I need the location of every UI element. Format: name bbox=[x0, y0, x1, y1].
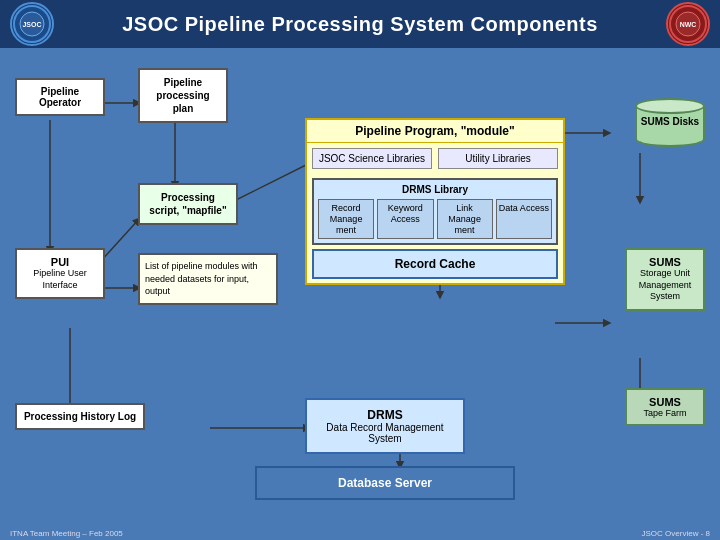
pui-title: PUI bbox=[23, 256, 97, 268]
libraries-row: JSOC Science Libraries Utility Libraries bbox=[307, 143, 563, 174]
footer: ITNA Team Meeting – Feb 2005 JSOC Overvi… bbox=[10, 529, 710, 538]
drms-library-title: DRMS Library bbox=[318, 184, 552, 195]
drms-library-items: Record Manage ment Keyword Access Link M… bbox=[318, 199, 552, 239]
drms-library-box: DRMS Library Record Manage ment Keyword … bbox=[312, 178, 558, 245]
sums-title: SUMS bbox=[633, 256, 697, 268]
utility-libraries-box: Utility Libraries bbox=[438, 148, 558, 169]
logo-left: JSOC bbox=[10, 2, 54, 46]
page-title: JSOC Pipeline Processing System Componen… bbox=[54, 13, 666, 36]
sums-disks-cylinder: SUMS Disks bbox=[635, 98, 705, 147]
record-cache-box: Record Cache bbox=[312, 249, 558, 279]
sums-tape-box: SUMS Tape Farm bbox=[625, 388, 705, 426]
pipeline-processing-plan-box: Pipeline processing plan bbox=[138, 68, 228, 123]
database-server-box: Database Server bbox=[255, 466, 515, 500]
drms-item-record-management: Record Manage ment bbox=[318, 199, 374, 239]
sums-tape-subtitle: Tape Farm bbox=[633, 408, 697, 418]
cylinder-top bbox=[635, 98, 705, 114]
sums-box: SUMS Storage Unit Management System bbox=[625, 248, 705, 311]
pipeline-operator-label: Pipeline Operator bbox=[23, 86, 97, 108]
header: JSOC JSOC Pipeline Processing System Com… bbox=[0, 0, 720, 48]
footer-left: ITNA Team Meeting – Feb 2005 bbox=[10, 529, 123, 538]
pui-box: PUI Pipeline User Interface bbox=[15, 248, 105, 299]
svg-text:NWC: NWC bbox=[680, 21, 697, 28]
processing-script-label: Processing script, "mapfile" bbox=[146, 191, 230, 217]
processing-history-log-box: Processing History Log bbox=[15, 403, 145, 430]
processing-script-box: Processing script, "mapfile" bbox=[138, 183, 238, 225]
cylinder-bottom bbox=[635, 131, 705, 147]
jsoc-science-libraries-box: JSOC Science Libraries bbox=[312, 148, 432, 169]
drms-item-link-management: Link Manage ment bbox=[437, 199, 493, 239]
drms-item-keyword-access: Keyword Access bbox=[377, 199, 433, 239]
main-content: Pipeline Operator Pipeline processing pl… bbox=[0, 48, 720, 540]
drms-item-data-access: Data Access bbox=[496, 199, 552, 239]
diagram: Pipeline Operator Pipeline processing pl… bbox=[10, 58, 710, 518]
svg-text:JSOC: JSOC bbox=[22, 21, 41, 28]
sums-subtitle: Storage Unit Management System bbox=[633, 268, 697, 303]
pui-subtitle: Pipeline User Interface bbox=[23, 268, 97, 291]
pipeline-processing-plan-title: Pipeline processing plan bbox=[146, 76, 220, 115]
pipeline-program-title: Pipeline Program, "module" bbox=[307, 120, 563, 143]
sums-tape-title: SUMS bbox=[633, 396, 697, 408]
drms-big-subtitle: Data Record Management System bbox=[315, 422, 455, 444]
drms-big-title: DRMS bbox=[315, 408, 455, 422]
footer-right: JSOC Overview - 8 bbox=[642, 529, 710, 538]
list-description-box: List of pipeline modules with needed dat… bbox=[138, 253, 278, 305]
logo-right: NWC bbox=[666, 2, 710, 46]
pipeline-program-box: Pipeline Program, "module" JSOC Science … bbox=[305, 118, 565, 285]
pipeline-operator-box: Pipeline Operator bbox=[15, 78, 105, 116]
drms-big-box: DRMS Data Record Management System bbox=[305, 398, 465, 454]
